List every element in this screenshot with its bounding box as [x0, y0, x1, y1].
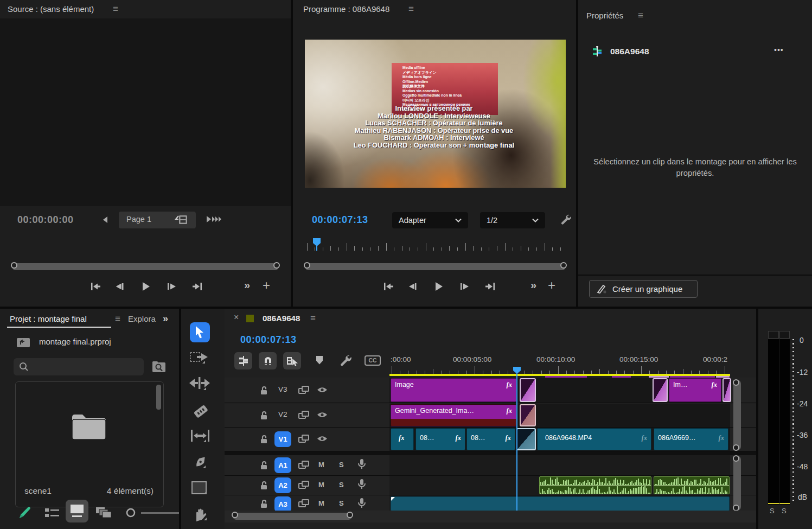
transport-more-button[interactable]: » — [244, 279, 250, 291]
transition-clip[interactable] — [520, 404, 536, 426]
audio-tracks-scrollbar[interactable] — [733, 456, 741, 511]
track-lock-icon[interactable] — [260, 481, 268, 490]
linked-selection-toggle[interactable] — [283, 352, 301, 369]
folder-icon[interactable] — [70, 412, 108, 442]
timeline-timecode[interactable]: 00:00:07:13 — [240, 334, 297, 346]
video-tracks-scrollbar[interactable] — [733, 380, 741, 450]
scrollbar-left-handle[interactable] — [304, 262, 310, 269]
track-sync-lock-icon[interactable] — [298, 499, 309, 508]
bin-item-name[interactable]: scene1 — [24, 486, 52, 496]
thumbnail-view-button[interactable] — [66, 500, 88, 522]
track-output-eye-icon[interactable] — [317, 386, 328, 393]
step-back-button[interactable] — [405, 280, 421, 293]
list-view-icon[interactable] — [44, 507, 60, 518]
track-lock-icon[interactable] — [260, 386, 268, 395]
properties-panel-menu-icon[interactable]: ≡ — [638, 10, 643, 21]
track-sync-lock-icon[interactable] — [298, 461, 309, 469]
tab-project[interactable]: Projet : montage final — [10, 314, 87, 323]
source-panel-menu-icon[interactable]: ≡ — [113, 4, 118, 15]
track-output-eye-icon[interactable] — [317, 411, 328, 418]
bin-scrollbar[interactable] — [156, 385, 161, 410]
more-options-icon[interactable]: ••• — [774, 46, 784, 54]
hand-tool[interactable] — [192, 506, 212, 524]
track-badge-a2[interactable]: A2 — [274, 477, 291, 493]
ripple-edit-tool[interactable] — [189, 376, 211, 393]
playback-resolution-dropdown[interactable]: 1/2 — [480, 212, 545, 228]
scrollbar-bottom-handle[interactable] — [733, 444, 739, 451]
go-to-in-button[interactable] — [87, 280, 103, 293]
clip-v1-2[interactable]: 08… fx — [415, 428, 465, 450]
program-zoom-scrollbar[interactable] — [305, 263, 566, 270]
track-badge-v1[interactable]: V1 — [274, 431, 291, 447]
snap-toggle[interactable] — [259, 352, 277, 369]
slip-tool[interactable] — [190, 429, 211, 445]
track-output-eye-icon[interactable] — [317, 435, 328, 442]
pen-tool[interactable] — [192, 454, 210, 471]
transition-clip[interactable] — [520, 378, 536, 402]
step-back-button[interactable] — [112, 280, 129, 293]
scrollbar-right-handle[interactable] — [273, 262, 280, 269]
nested-sequence-toggle[interactable] — [234, 352, 252, 369]
audio-clip-a3[interactable] — [391, 496, 730, 511]
clip-image-2[interactable]: Im… fx — [669, 378, 721, 402]
insert-pages-icon[interactable] — [206, 214, 223, 224]
clip-gemini-generated[interactable]: Gemini_Generated_Ima… fx — [391, 404, 516, 426]
play-button[interactable] — [138, 280, 154, 293]
add-button[interactable]: + — [548, 278, 555, 293]
rectangle-tool[interactable] — [191, 481, 211, 498]
mute-button[interactable]: M — [318, 499, 324, 507]
track-sync-lock-icon[interactable] — [298, 481, 309, 489]
close-sequence-icon[interactable]: × — [234, 313, 239, 322]
track-select-forward-tool[interactable] — [190, 350, 210, 367]
page-previous-icon[interactable] — [102, 216, 108, 224]
zoom-slider-track[interactable] — [141, 512, 179, 514]
track-sync-lock-icon[interactable] — [298, 386, 309, 394]
track-sync-lock-icon[interactable] — [298, 411, 309, 419]
source-timecode[interactable]: 00:00:00:00 — [17, 214, 74, 226]
mic-icon[interactable] — [357, 479, 366, 490]
track-sync-lock-icon[interactable] — [298, 435, 309, 443]
timeline-panel-menu-icon[interactable]: ≡ — [310, 313, 316, 324]
transition-clip[interactable] — [653, 378, 668, 402]
project-panel-menu-icon[interactable]: ≡ — [115, 314, 120, 324]
go-to-out-button[interactable] — [190, 280, 206, 293]
mute-button[interactable]: M — [318, 461, 324, 469]
pencil-icon[interactable] — [18, 506, 31, 519]
page-selector-button[interactable]: Page 1 — [119, 212, 196, 228]
video-audio-divider[interactable] — [225, 451, 756, 455]
solo-button[interactable]: S — [339, 461, 344, 469]
audio-clip-2[interactable] — [654, 476, 730, 494]
captions-icon[interactable]: CC — [365, 355, 381, 366]
program-playhead[interactable] — [312, 238, 321, 251]
track-label-v3[interactable]: V3 — [278, 385, 287, 393]
mic-icon[interactable] — [357, 498, 366, 509]
track-lock-icon[interactable] — [260, 435, 268, 444]
play-button[interactable] — [431, 280, 447, 293]
clip-086a9669[interactable]: 086A9669… fx — [654, 428, 728, 450]
audio-clip-1[interactable] — [539, 476, 651, 494]
project-search-input[interactable] — [14, 358, 144, 375]
project-breadcrumb[interactable]: montage final.prproj — [39, 337, 111, 346]
go-to-in-button[interactable] — [380, 280, 396, 293]
track-label-v2[interactable]: V2 — [278, 410, 287, 418]
folder-up-icon[interactable] — [16, 336, 30, 348]
go-to-out-button[interactable] — [483, 280, 499, 293]
timeline-tab-label[interactable]: 086A9648 — [263, 314, 300, 323]
project-bin-area[interactable]: scene1 4 élément(s) — [15, 381, 164, 507]
track-badge-a3[interactable]: A3 — [274, 496, 291, 512]
tab-overflow-icon[interactable]: » — [163, 313, 168, 324]
clip-v1-1[interactable]: fx — [391, 428, 414, 450]
timeline-ruler[interactable]: :00:00 00:00:05:00 00:00:10:00 00:00:15:… — [389, 352, 730, 374]
timeline-hscrollbar[interactable] — [233, 513, 352, 520]
transition-clip[interactable] — [723, 378, 731, 402]
track-lock-icon[interactable] — [260, 461, 268, 470]
step-forward-button[interactable] — [456, 280, 472, 293]
solo-button[interactable]: S — [339, 481, 344, 489]
tab-media-browser[interactable]: Explora — [128, 314, 161, 323]
mic-icon[interactable] — [357, 458, 366, 470]
clip-image[interactable]: Image fx — [391, 378, 516, 402]
step-forward-button[interactable] — [163, 280, 180, 293]
zoom-level-dropdown[interactable]: Adapter — [392, 212, 468, 228]
settings-wrench-icon[interactable] — [560, 214, 571, 225]
scrollbar-top-handle[interactable] — [733, 455, 739, 462]
